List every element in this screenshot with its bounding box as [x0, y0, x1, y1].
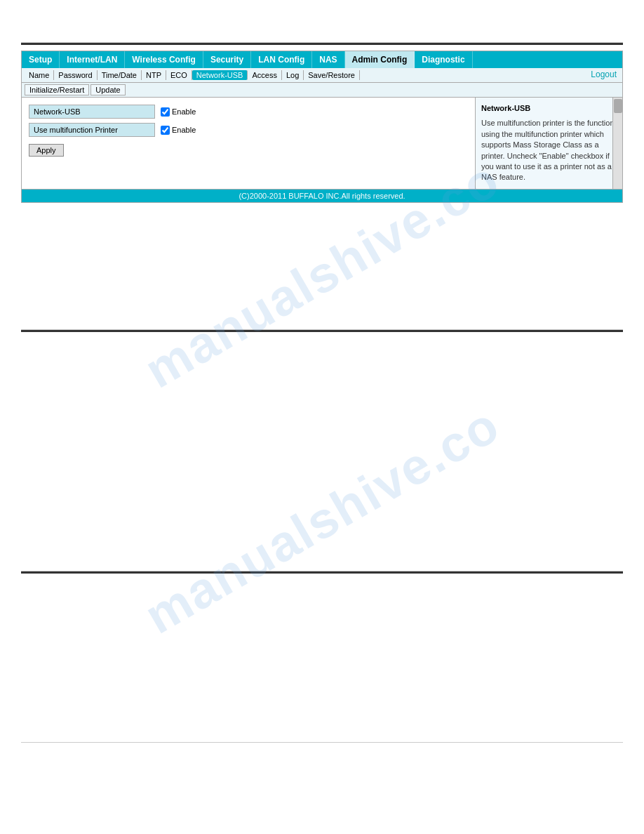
update-button[interactable]: Update [90, 84, 125, 95]
multifunction-label: Use multifunction Printer [29, 123, 155, 137]
tab-nas[interactable]: NAS [312, 51, 344, 68]
subnav-networkusb[interactable]: Network-USB [192, 70, 248, 80]
tab-wirelessconfig[interactable]: Wireless Config [125, 51, 203, 68]
second-rule [21, 43, 623, 45]
tab-lanconfig[interactable]: LAN Config [251, 51, 312, 68]
help-panel: Network-USB Use multifunction printer is… [475, 98, 622, 189]
main-content: Network-USB Enable Use multifunction Pri… [22, 98, 475, 189]
subnav-log[interactable]: Log [282, 70, 304, 80]
subnav-row: Name Password Time/Date NTP ECO Network-… [22, 68, 622, 83]
subnav-timedate[interactable]: Time/Date [98, 70, 142, 80]
tab-internetlan[interactable]: Internet/LAN [60, 51, 125, 68]
help-title: Network-USB [481, 103, 617, 114]
apply-button[interactable]: Apply [29, 144, 64, 157]
multifunction-checkbox[interactable] [161, 126, 170, 135]
spacer-middle2 [0, 332, 644, 571]
tab-setup[interactable]: Setup [22, 51, 60, 68]
subnav-eco[interactable]: ECO [166, 70, 192, 80]
multifunction-enable-label: Enable [172, 126, 196, 134]
tab-adminconfig[interactable]: Admin Config [345, 51, 415, 68]
subnav2-row: Initialize/Restart Update [22, 83, 622, 98]
subnav-password[interactable]: Password [54, 70, 97, 80]
networkusb-value: Enable [161, 107, 196, 117]
networkusb-enable-label: Enable [172, 107, 196, 116]
help-panel-inner: Network-USB Use multifunction printer is… [476, 98, 622, 189]
networkusb-setting-row: Network-USB Enable [29, 105, 468, 119]
multifunction-value: Enable [161, 126, 196, 135]
subnav-name[interactable]: Name [25, 70, 54, 80]
logout-button[interactable]: Logout [591, 70, 617, 79]
content-area: Network-USB Enable Use multifunction Pri… [22, 98, 622, 189]
multifunction-setting-row: Use multifunction Printer Enable [29, 123, 468, 137]
footer: (C)2000-2011 BUFFALO INC.All rights rese… [22, 189, 622, 202]
help-text: Use multifunction printer is the functio… [481, 118, 617, 183]
spacer-middle [0, 203, 644, 329]
subnav-saverestore[interactable]: Save/Restore [304, 70, 360, 80]
help-scrollbar[interactable] [612, 98, 622, 189]
tab-security[interactable]: Security [203, 51, 251, 68]
spacer-bottom [0, 574, 644, 742]
main-container: Setup Internet/LAN Wireless Config Secur… [21, 51, 623, 203]
subnav-access[interactable]: Access [248, 70, 281, 80]
nav-tabs: Setup Internet/LAN Wireless Config Secur… [22, 51, 622, 68]
subnav-ntp[interactable]: NTP [142, 70, 166, 80]
networkusb-checkbox[interactable] [161, 107, 170, 117]
final-rule [21, 742, 623, 743]
scrollbar-thumb [614, 99, 622, 113]
networkusb-label: Network-USB [29, 105, 155, 119]
tab-diagnostic[interactable]: Diagnostic [415, 51, 472, 68]
initialize-restart-button[interactable]: Initialize/Restart [25, 84, 89, 95]
